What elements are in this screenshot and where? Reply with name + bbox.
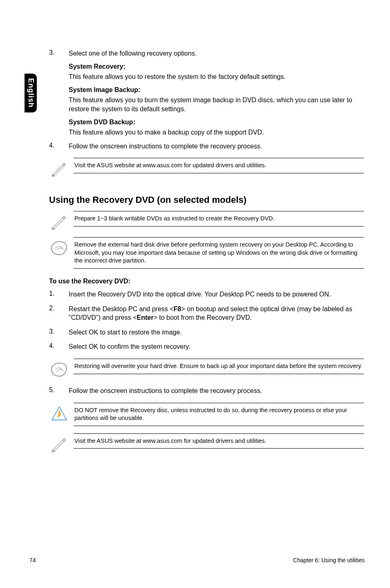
sub-text: This feature allows you to make a backup… (69, 128, 364, 137)
note-text: Visit the ASUS website at www.asus.com f… (74, 433, 364, 449)
list-item: 4. Follow the onscreen instructions to c… (49, 142, 364, 151)
list-item: 5. Follow the onscreen instructions to c… (49, 386, 364, 395)
important-text: Remove the external hard disk drive befo… (74, 237, 364, 269)
item-number: 4. (49, 142, 69, 151)
list-item: 3. Select OK to start to restore the ima… (49, 328, 364, 337)
item-body: Insert the Recovery DVD into the optical… (69, 290, 364, 299)
text-part: > to boot from the Recovery DVD. (153, 314, 252, 321)
list-item: 3. Select one of the following recovery … (49, 49, 364, 139)
item-body: Select OK to start to restore the image. (69, 328, 364, 337)
note-callout: Visit the ASUS website at www.asus.com f… (45, 433, 364, 452)
text-part: Restart the Desktop PC and press < (69, 305, 174, 312)
sub-heading: System Recovery: (69, 62, 364, 71)
item-number: 4. (49, 342, 69, 351)
hand-icon (45, 359, 74, 379)
note-callout: Prepare 1~3 blank writable DVDs as instr… (45, 211, 364, 230)
item-body: Follow the onscreen instructions to comp… (69, 386, 364, 395)
page-footer: 74 Chapter 6: Using the utilities (29, 557, 365, 563)
page-number: 74 (29, 557, 36, 563)
instruction-list-1: 3. Select one of the following recovery … (49, 49, 364, 150)
important-callout: Remove the external hard disk drive befo… (45, 237, 364, 269)
item-number: 2. (49, 305, 69, 322)
item-number: 1. (49, 290, 69, 299)
pencil-icon (45, 211, 74, 230)
instruction-list-3: 5. Follow the onscreen instructions to c… (49, 386, 364, 395)
page: English 3. Select one of the following r… (0, 0, 390, 588)
warning-callout: DO NOT remove the Recovery disc, unless … (45, 403, 364, 426)
section-title: Using the Recovery DVD (on selected mode… (49, 195, 364, 205)
item-number: 5. (49, 386, 69, 395)
hand-icon (45, 237, 74, 258)
important-text: Restoring will overwrite your hard drive… (74, 359, 364, 374)
warning-text: DO NOT remove the Recovery disc, unless … (74, 403, 364, 426)
pencil-icon (45, 433, 74, 452)
language-tab: English (25, 74, 37, 112)
procedure-heading: To use the Recovery DVD: (49, 278, 364, 285)
sub-text: This feature allows you to restore the s… (69, 72, 364, 81)
list-item: 2. Restart the Desktop PC and press <F8>… (49, 305, 364, 322)
sub-heading: System DVD Backup: (69, 118, 364, 127)
item-lead-text: Select one of the following recovery opt… (69, 49, 364, 58)
note-text: Visit the ASUS website at www.asus.com f… (74, 158, 364, 173)
chapter-label: Chapter 6: Using the utilities (293, 557, 365, 563)
important-callout: Restoring will overwrite your hard drive… (45, 359, 364, 379)
sub-text: This feature allows you to burn the syst… (69, 96, 364, 113)
key-label: F8 (174, 305, 182, 312)
content-area: 3. Select one of the following recovery … (49, 49, 364, 460)
note-text: Prepare 1~3 blank writable DVDs as instr… (74, 211, 364, 227)
item-body: Follow the onscreen instructions to comp… (69, 142, 364, 151)
item-number: 3. (49, 49, 69, 139)
item-body: Select OK to confirm the system recovery… (69, 342, 364, 351)
item-body: Restart the Desktop PC and press <F8> on… (69, 305, 364, 322)
item-body: Select one of the following recovery opt… (69, 49, 364, 139)
item-number: 3. (49, 328, 69, 337)
list-item: 1. Insert the Recovery DVD into the opti… (49, 290, 364, 299)
warning-icon (45, 403, 74, 422)
list-item: 4. Select OK to confirm the system recov… (49, 342, 364, 351)
key-label: Enter (137, 314, 154, 321)
pencil-icon (45, 158, 74, 177)
note-callout: Visit the ASUS website at www.asus.com f… (45, 158, 364, 177)
sub-heading: System Image Backup: (69, 85, 364, 94)
instruction-list-2: 1. Insert the Recovery DVD into the opti… (49, 290, 364, 351)
